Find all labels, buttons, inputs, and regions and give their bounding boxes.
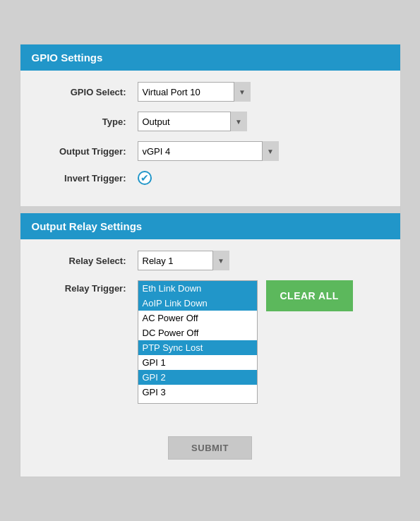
list-item[interactable]: AC Power Off (138, 311, 257, 325)
invert-trigger-label: Invert Trigger: (35, 173, 126, 184)
output-trigger-row: Output Trigger: vGPI 4 vGPI 1 vGPI 2 vGP… (35, 141, 386, 161)
gpio-settings-header: GPIO Settings (20, 44, 400, 71)
type-label: Type: (35, 116, 126, 127)
relay-select-input[interactable]: Relay 1 Relay 2 Relay 3 (138, 251, 229, 270)
relay-select-wrapper: Relay 1 Relay 2 Relay 3 ▼ (138, 251, 229, 270)
output-trigger-label: Output Trigger: (35, 146, 126, 157)
list-item[interactable]: GPI 2 (138, 370, 257, 385)
type-row: Type: Output Input ▼ (35, 112, 386, 131)
invert-trigger-checkbox[interactable]: ✔ (138, 171, 152, 185)
relay-trigger-content: Eth Link DownAoIP Link DownAC Power OffD… (138, 280, 353, 404)
gpio-select-row: GPIO Select: Virtual Port 10 ▼ (35, 82, 386, 102)
type-select-input[interactable]: Output Input (138, 112, 247, 131)
relay-trigger-listbox[interactable]: Eth Link DownAoIP Link DownAC Power OffD… (138, 280, 258, 404)
gpio-settings-body: GPIO Select: Virtual Port 10 ▼ Type: Out… (20, 71, 400, 206)
relay-select-label: Relay Select: (35, 256, 126, 266)
list-item[interactable]: Eth Link Down (138, 281, 257, 296)
gpio-select-label: GPIO Select: (35, 87, 126, 97)
submit-row: SUBMIT (20, 425, 400, 462)
list-item[interactable]: DC Power Off (138, 325, 257, 340)
submit-button[interactable]: SUBMIT (168, 436, 252, 460)
page-container: GPIO Settings GPIO Select: Virtual Port … (20, 44, 401, 477)
list-item[interactable]: GPI 3 (138, 385, 257, 400)
gpio-select-input[interactable]: Virtual Port 10 (138, 82, 251, 102)
output-relay-header: Output Relay Settings (20, 213, 400, 239)
relay-trigger-label: Relay Trigger: (35, 280, 126, 294)
list-item[interactable]: GPI 1 (138, 355, 257, 370)
relay-trigger-row: Relay Trigger: Eth Link DownAoIP Link Do… (35, 280, 386, 404)
list-item[interactable]: GPI 4 (138, 400, 257, 404)
clear-all-button[interactable]: CLEAR ALL (266, 280, 353, 311)
gpio-select-wrapper: Virtual Port 10 ▼ (138, 82, 251, 102)
type-select-wrapper: Output Input ▼ (138, 112, 247, 131)
output-trigger-select-wrapper: vGPI 4 vGPI 1 vGPI 2 vGPI 3 ▼ (138, 141, 279, 161)
invert-trigger-row: Invert Trigger: ✔ (35, 171, 386, 185)
list-item[interactable]: PTP Sync Lost (138, 340, 257, 355)
output-trigger-select-input[interactable]: vGPI 4 vGPI 1 vGPI 2 vGPI 3 (138, 141, 279, 161)
section-divider (20, 206, 400, 213)
list-item[interactable]: AoIP Link Down (138, 296, 257, 311)
relay-select-row: Relay Select: Relay 1 Relay 2 Relay 3 ▼ (35, 251, 386, 270)
output-relay-body: Relay Select: Relay 1 Relay 2 Relay 3 ▼ … (20, 239, 400, 425)
invert-check-icon: ✔ (140, 172, 149, 184)
relay-trigger-listbox-wrapper: Eth Link DownAoIP Link DownAC Power OffD… (138, 280, 258, 404)
